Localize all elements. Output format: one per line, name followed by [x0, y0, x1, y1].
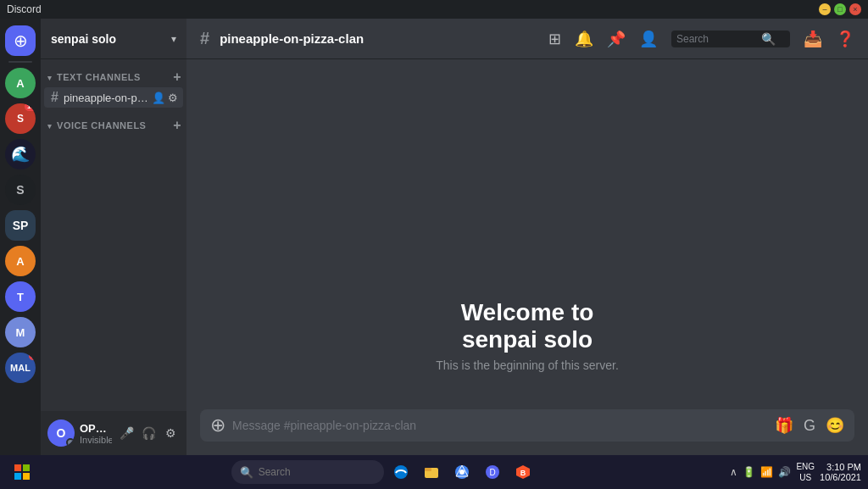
start-button[interactable] — [7, 460, 37, 484]
server-icon-3[interactable]: 🌊 — [5, 139, 36, 169]
taskbar-right: ∧ 🔋 📶 🔊 ENGUS 3:10 PM 10/6/2021 — [730, 461, 861, 483]
members-icon[interactable]: ⊞ — [548, 30, 561, 48]
chat-header-hash-icon: # — [200, 29, 209, 48]
server-icon-discord-home[interactable]: ⊕ — [5, 25, 36, 56]
user-info: OPPAINO... Invisible — [80, 422, 112, 445]
channel-gear-icon[interactable]: ⚙ — [168, 92, 178, 104]
username: OPPAINO... — [80, 422, 112, 435]
svg-point-8 — [459, 470, 465, 475]
voice-channels-header[interactable]: ▾ VOICE CHANNELS + — [41, 114, 186, 135]
deafen-button[interactable]: 🎧 — [139, 424, 158, 442]
volume-icon[interactable]: 🔊 — [778, 466, 791, 478]
svg-rect-3 — [23, 473, 30, 480]
language-button[interactable]: ENGUS — [796, 461, 815, 483]
section-arrow-icon: ▾ — [47, 74, 53, 82]
taskbar-app-chrome[interactable] — [448, 458, 476, 486]
server-icon-mal[interactable]: MAL 1 — [5, 353, 36, 383]
gif-icon[interactable]: G — [804, 417, 815, 435]
welcome-subtitle: This is the beginning of this server. — [436, 358, 619, 372]
svg-rect-6 — [425, 468, 431, 471]
text-channels-header[interactable]: ▾ TEXT CHANNELS + — [41, 66, 186, 86]
chat-header: # pineapple-on-pizza-clan ⊞ 🔔 📌 👤 🔍 📥 ❓ — [186, 19, 868, 59]
taskbar-app-discord[interactable]: D — [479, 458, 506, 486]
gift-icon[interactable]: 🎁 — [775, 416, 793, 435]
section-arrow-icon-2: ▾ — [47, 122, 53, 131]
svg-rect-0 — [14, 464, 21, 471]
user-controls: 🎤 🎧 ⚙ — [117, 424, 180, 442]
chat-messages: Welcome to senpai solo This is the begin… — [186, 59, 868, 403]
system-tray[interactable]: ∧ — [730, 466, 737, 478]
channel-hash-icon: # — [51, 90, 58, 105]
voice-channels-label: ▾ VOICE CHANNELS — [47, 120, 146, 131]
members-list-icon[interactable]: 👤 — [639, 30, 658, 48]
help-icon[interactable]: ❓ — [836, 30, 854, 48]
taskbar-time-value: 3:10 PM — [820, 462, 861, 472]
server-icon-6[interactable]: A — [5, 246, 36, 276]
inbox-icon[interactable]: 📥 — [804, 30, 822, 48]
server-icon-1[interactable]: A — [5, 68, 36, 98]
close-button[interactable]: × — [849, 3, 861, 15]
taskbar-time: 3:10 PM 10/6/2021 — [820, 462, 861, 482]
language-label: ENGUS — [796, 462, 815, 482]
svg-text:D: D — [489, 468, 495, 477]
taskbar-search[interactable]: 🔍 — [231, 460, 384, 484]
attach-button[interactable]: ⊕ — [210, 414, 225, 436]
taskbar: 🔍 D B ∧ 🔋 📶 🔊 ENGUS 3:10 PM 10/6/2021 — [0, 455, 868, 489]
app-container: ⊕ A S 17 🌊 S SP A T — [0, 19, 868, 455]
server-icon-8[interactable]: M — [5, 317, 36, 347]
chat-input[interactable] — [232, 409, 768, 442]
chat-input-container: ⊕ 🎁 G 😊 — [200, 409, 854, 442]
server-badge-2: 17 — [25, 103, 36, 111]
taskbar-center: 🔍 D B — [231, 458, 537, 486]
add-voice-channel-button[interactable]: + — [173, 118, 181, 133]
title-bar-left: Discord — [7, 3, 42, 15]
chat-search-bar[interactable]: 🔍 — [671, 31, 790, 47]
chat-search-input[interactable] — [676, 33, 761, 45]
server-name-chevron-icon: ▾ — [171, 33, 176, 45]
text-channels-label: ▾ TEXT CHANNELS — [47, 72, 141, 82]
pin-icon[interactable]: 📌 — [607, 30, 626, 48]
channel-settings-icon[interactable]: 👤 — [152, 92, 165, 104]
server-badge-mal: 1 — [29, 353, 36, 360]
taskbar-search-input[interactable] — [259, 466, 352, 478]
taskbar-app-explorer[interactable] — [418, 458, 445, 486]
channel-action-icons: 👤 ⚙ — [152, 92, 178, 104]
svg-rect-2 — [14, 473, 21, 480]
server-icon-2[interactable]: S 17 — [5, 103, 36, 134]
server-icon-7[interactable]: T — [5, 281, 36, 312]
wifi-icon: 📶 — [760, 466, 773, 478]
mute-button[interactable]: 🎤 — [117, 424, 136, 442]
maximize-button[interactable]: □ — [834, 3, 846, 15]
taskbar-app-edge[interactable] — [387, 458, 415, 486]
emoji-icon[interactable]: 😊 — [826, 416, 844, 435]
server-icon-senpai[interactable]: SP — [5, 210, 36, 241]
welcome-title: Welcome to senpai solo — [461, 299, 594, 353]
title-bar-controls: – □ × — [819, 3, 861, 15]
taskbar-app-brave[interactable]: B — [509, 458, 537, 486]
taskbar-search-icon: 🔍 — [240, 466, 253, 479]
channel-list: ▾ TEXT CHANNELS + # pineapple-on-pizz...… — [41, 59, 186, 411]
chat-area: # pineapple-on-pizza-clan ⊞ 🔔 📌 👤 🔍 📥 ❓ … — [186, 19, 868, 455]
welcome-section: Welcome to senpai solo This is the begin… — [200, 299, 854, 372]
channel-sidebar: senpai solo ▾ ▾ TEXT CHANNELS + # pineap… — [41, 19, 186, 455]
taskbar-left — [7, 460, 37, 484]
search-icon: 🔍 — [761, 32, 776, 46]
user-settings-button[interactable]: ⚙ — [161, 424, 180, 442]
server-name-bar[interactable]: senpai solo ▾ — [41, 19, 186, 59]
user-bar: O OPPAINO... Invisible 🎤 🎧 ⚙ — [41, 411, 186, 455]
user-status-text: Invisible — [80, 435, 112, 445]
server-icon-4[interactable]: S — [5, 175, 36, 205]
app-title: Discord — [7, 3, 42, 15]
user-avatar: O — [47, 420, 75, 447]
chat-input-area: ⊕ 🎁 G 😊 — [186, 403, 868, 455]
add-text-channel-button[interactable]: + — [173, 69, 181, 85]
server-name: senpai solo — [51, 32, 116, 46]
channel-item-pineapple[interactable]: # pineapple-on-pizz... 👤 ⚙ — [44, 87, 183, 108]
user-status-indicator — [66, 438, 75, 447]
chat-header-channel-name: pineapple-on-pizza-clan — [220, 31, 542, 46]
title-bar: Discord – □ × — [0, 0, 868, 19]
battery-icon: 🔋 — [743, 466, 755, 478]
notifications-icon[interactable]: 🔔 — [575, 30, 593, 48]
svg-text:B: B — [520, 469, 526, 477]
minimize-button[interactable]: – — [819, 3, 831, 15]
